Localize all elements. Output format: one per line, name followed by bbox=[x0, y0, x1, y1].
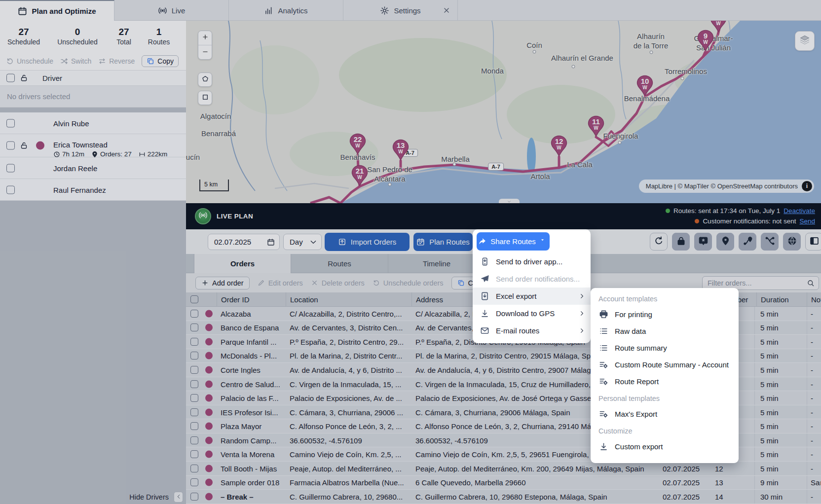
driver-checkbox[interactable] bbox=[6, 119, 15, 127]
submenu-item-route-summary[interactable]: Route summary bbox=[591, 340, 739, 356]
refresh-toggle-button[interactable] bbox=[650, 233, 668, 251]
window-tab-analytics[interactable]: Analytics bbox=[229, 0, 343, 21]
driver-checkbox[interactable] bbox=[6, 164, 15, 172]
submenu-item-max-s-export[interactable]: Max's Export bbox=[591, 406, 739, 422]
lock-toggle-button[interactable] bbox=[672, 233, 690, 251]
window-tab-live[interactable]: Live bbox=[114, 0, 229, 21]
order-row[interactable]: – Break –C. Guillermo Cabrera, 10, 29680… bbox=[186, 490, 821, 504]
rectangle-select-tool[interactable] bbox=[198, 91, 212, 105]
town-dot bbox=[572, 65, 575, 69]
driver-checkbox[interactable] bbox=[6, 142, 15, 150]
map-layers-button[interactable] bbox=[795, 31, 815, 51]
order-checkbox[interactable] bbox=[190, 478, 198, 486]
driver-checkbox[interactable] bbox=[6, 185, 15, 194]
map-label: La Cala bbox=[567, 160, 593, 169]
window-tab-plan-and-optimize[interactable]: Plan and Optimize bbox=[0, 0, 114, 21]
location-column-header[interactable]: Location bbox=[286, 292, 411, 307]
send-link[interactable]: Send bbox=[799, 217, 815, 225]
order-row[interactable]: Toll Booth - MijasPeaje, Autop. del Medi… bbox=[186, 462, 821, 476]
driver-row[interactable]: Erica Townstead7h 12mOrders: 27222km bbox=[0, 134, 186, 157]
copy-button[interactable]: Copy bbox=[142, 55, 179, 67]
phone-arrow-icon bbox=[480, 257, 489, 266]
switch-button[interactable]: Switch bbox=[60, 57, 91, 65]
close-tab-icon[interactable] bbox=[443, 6, 450, 14]
order-checkbox[interactable] bbox=[190, 408, 198, 416]
select-all-drivers-checkbox[interactable] bbox=[6, 74, 15, 82]
submenu-item-custom-route-summary-account[interactable]: Custom Route Summary - Account bbox=[591, 357, 739, 373]
order-checkbox[interactable] bbox=[190, 465, 198, 472]
filter-orders-input[interactable] bbox=[708, 279, 801, 287]
driver-row[interactable]: Alvin Rube bbox=[0, 112, 186, 134]
tab-timeline[interactable]: Timeline bbox=[388, 254, 485, 273]
route-stop-marker[interactable]: 21W bbox=[351, 165, 368, 186]
info-icon[interactable]: i bbox=[802, 181, 812, 191]
plan-routes-button[interactable]: Plan Routes bbox=[413, 233, 473, 251]
import-orders-button[interactable]: Import Orders bbox=[325, 233, 410, 251]
delete-orders-button[interactable]: Delete orders bbox=[311, 279, 365, 287]
map-pin-toggle-button[interactable] bbox=[716, 233, 734, 251]
date-picker[interactable]: 02.07.2025 bbox=[208, 234, 280, 250]
tab-orders[interactable]: Orders bbox=[194, 254, 291, 273]
route-stop-marker[interactable]: 12W bbox=[551, 135, 567, 157]
select-all-orders-checkbox[interactable] bbox=[190, 295, 198, 303]
share-icon bbox=[478, 237, 486, 246]
polygon-select-tool[interactable] bbox=[198, 72, 212, 87]
route-stop-marker[interactable]: 22W bbox=[349, 133, 366, 155]
order-checkbox[interactable] bbox=[190, 450, 198, 458]
order-checkbox[interactable] bbox=[190, 394, 198, 402]
globe-toggle-button[interactable] bbox=[783, 233, 801, 251]
share-routes-button[interactable]: Share Routes bbox=[477, 232, 550, 251]
route-pin-toggle-button[interactable] bbox=[739, 233, 756, 251]
menu-item-send-order-notifications[interactable]: Send order notifications... bbox=[473, 270, 591, 288]
menu-item-e-mail-routes[interactable]: E-mail routes bbox=[473, 322, 591, 339]
calendar-icon bbox=[18, 6, 27, 16]
collapse-sidebar-button[interactable] bbox=[174, 492, 183, 503]
chat-star-toggle-button[interactable] bbox=[694, 233, 712, 251]
order-checkbox[interactable] bbox=[190, 366, 198, 374]
unschedule-orders-button[interactable]: Unschedule orders bbox=[373, 279, 444, 287]
hide-drivers-label[interactable]: Hide Drivers bbox=[129, 493, 169, 501]
unschedule-button[interactable]: Unschedule bbox=[6, 57, 53, 65]
order-checkbox[interactable] bbox=[190, 310, 198, 318]
zoom-out-button[interactable] bbox=[198, 45, 212, 60]
order-checkbox[interactable] bbox=[190, 352, 198, 360]
order-checkbox[interactable] bbox=[190, 324, 198, 331]
tab-routes[interactable]: Routes bbox=[291, 254, 388, 273]
order-checkbox[interactable] bbox=[190, 338, 198, 346]
reverse-button[interactable]: Reverse bbox=[98, 57, 135, 65]
route-stop-marker[interactable]: 13W bbox=[392, 139, 409, 161]
panel-toggle-button[interactable] bbox=[805, 233, 821, 251]
period-select[interactable]: Day bbox=[283, 234, 322, 250]
deactivate-link[interactable]: Deactivate bbox=[784, 207, 815, 215]
zoom-in-button[interactable] bbox=[198, 31, 212, 45]
route-fork-toggle-button[interactable] bbox=[761, 233, 779, 251]
submenu-item-for-printing[interactable]: For printing bbox=[591, 306, 739, 323]
order-row[interactable]: Sample order 018Farmacia Albatros Marbel… bbox=[186, 476, 821, 490]
map-collapse-handle[interactable] bbox=[499, 199, 520, 203]
edit-orders-button[interactable]: Edit orders bbox=[258, 279, 303, 287]
window-tab-settings[interactable]: Settings bbox=[343, 0, 458, 21]
order-checkbox[interactable] bbox=[190, 422, 198, 430]
menu-item-excel-export[interactable]: Excel export bbox=[473, 288, 591, 305]
menu-item-download-to-gps[interactable]: Download to GPS bbox=[473, 305, 591, 322]
driver-row[interactable]: Jordan Reele bbox=[0, 157, 186, 179]
submenu-item-custom-export[interactable]: Custom export bbox=[591, 438, 739, 455]
map-label: Algatocín bbox=[200, 112, 231, 120]
duration-column-header[interactable]: Duration bbox=[756, 292, 807, 307]
submenu-item-raw-data[interactable]: Raw data bbox=[591, 323, 739, 339]
menu-item-send-to-driver-app[interactable]: Send to driver app... bbox=[473, 253, 591, 270]
x-icon bbox=[311, 279, 318, 287]
add-order-button[interactable]: Add order bbox=[195, 277, 250, 289]
route-stop-marker[interactable]: 11W bbox=[588, 115, 604, 137]
order-checkbox[interactable] bbox=[190, 380, 198, 388]
route-stop-marker[interactable]: W bbox=[710, 21, 727, 33]
notes-column-header[interactable]: Notes bbox=[807, 292, 821, 307]
route-stop-marker[interactable]: 9W bbox=[697, 30, 714, 51]
route-map[interactable]: AlgatocínBenarrabáucínBenahavísSan Pedro… bbox=[186, 21, 821, 203]
route-stop-marker[interactable]: 10W bbox=[636, 75, 653, 97]
order-checkbox[interactable] bbox=[190, 493, 198, 501]
order-checkbox[interactable] bbox=[190, 436, 198, 444]
submenu-item-route-report[interactable]: Route Report bbox=[591, 373, 739, 390]
order-id-column-header[interactable]: Order ID bbox=[217, 292, 286, 307]
driver-row[interactable]: Raul Fernandez bbox=[0, 179, 186, 201]
